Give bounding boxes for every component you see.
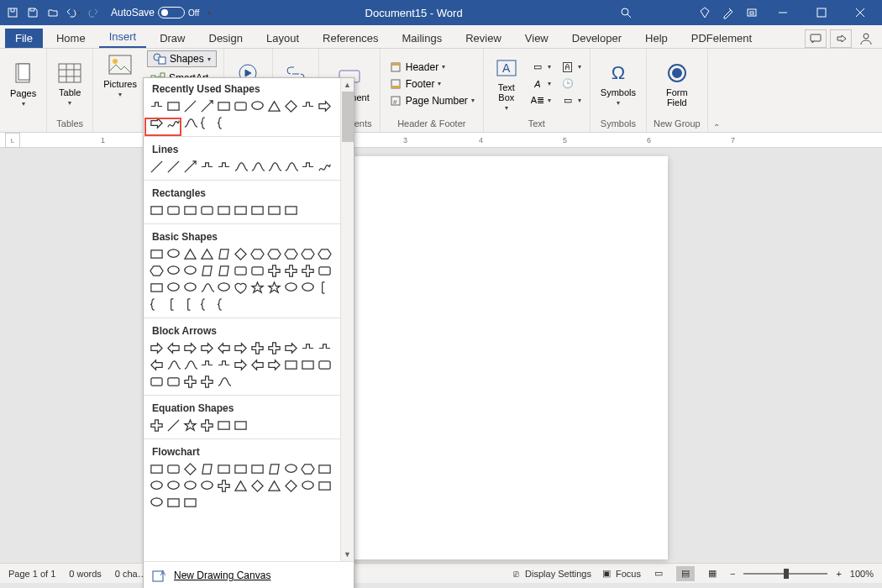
shape-item[interactable] (165, 495, 181, 511)
shape-item[interactable] (149, 357, 165, 373)
shape-item[interactable] (149, 461, 165, 477)
shape-item[interactable] (182, 374, 198, 390)
text-opt-6[interactable]: ▭▾ (559, 93, 583, 108)
shape-item[interactable] (266, 280, 282, 296)
tab-references[interactable]: References (312, 29, 388, 48)
scroll-thumb[interactable] (342, 92, 354, 142)
shape-item[interactable] (249, 461, 265, 477)
scroll-up-icon[interactable]: ▲ (341, 78, 354, 92)
shape-item[interactable] (182, 357, 198, 373)
symbols-button[interactable]: Ω Symbols▾ (597, 59, 639, 108)
shape-item[interactable] (165, 297, 181, 312)
shape-item[interactable] (149, 495, 165, 511)
shape-item[interactable] (266, 478, 282, 494)
shape-item[interactable] (149, 115, 165, 131)
search-icon[interactable] (617, 3, 635, 22)
focus-mode[interactable]: ▣ Focus (600, 567, 641, 580)
text-opt-1[interactable]: ▭▾ (529, 60, 553, 75)
shape-item[interactable] (266, 263, 282, 279)
shape-item[interactable] (216, 374, 232, 390)
shape-item[interactable] (233, 202, 249, 218)
shape-item[interactable] (249, 340, 265, 356)
shape-item[interactable] (249, 159, 265, 175)
shape-item[interactable] (149, 478, 165, 494)
shape-item[interactable] (182, 461, 198, 477)
shape-item[interactable] (216, 202, 232, 218)
shape-item[interactable] (165, 263, 181, 279)
shape-item[interactable] (317, 461, 333, 477)
view-read-icon[interactable]: ▭ (649, 566, 668, 581)
tab-view[interactable]: View (515, 29, 559, 48)
display-settings[interactable]: ⎚ Display Settings (509, 567, 591, 580)
shape-item[interactable] (182, 417, 198, 433)
shape-item[interactable] (182, 98, 198, 114)
shape-item[interactable] (233, 263, 249, 279)
shape-item[interactable] (149, 98, 165, 114)
zoom-in-icon[interactable]: + (836, 569, 841, 579)
shape-item[interactable] (182, 297, 198, 312)
redo-icon[interactable] (84, 3, 102, 22)
shape-item[interactable] (266, 202, 282, 218)
shape-item[interactable] (233, 478, 249, 494)
shape-item[interactable] (216, 246, 232, 262)
shape-item[interactable] (199, 98, 215, 114)
shape-item[interactable] (149, 159, 165, 175)
view-print-icon[interactable]: ▤ (676, 566, 695, 581)
shape-item[interactable] (216, 98, 232, 114)
shape-item[interactable] (149, 246, 165, 262)
form-field-button[interactable]: Form Field (661, 59, 693, 109)
shape-item[interactable] (216, 478, 232, 494)
shape-item[interactable] (182, 263, 198, 279)
shape-item[interactable] (283, 340, 299, 356)
shape-item[interactable] (233, 417, 249, 433)
shape-item[interactable] (182, 495, 198, 511)
account-icon[interactable] (855, 29, 877, 48)
word-count[interactable]: 0 words (69, 569, 102, 579)
zoom-out-icon[interactable]: − (730, 569, 735, 579)
zoom-slider[interactable] (743, 573, 827, 575)
autosave-toggle[interactable]: AutoSave Off ▾ (111, 7, 211, 18)
tab-pdfelement[interactable]: PDFelement (681, 29, 762, 48)
tab-review[interactable]: Review (455, 29, 512, 48)
shape-item[interactable] (216, 340, 232, 356)
shape-item[interactable] (165, 246, 181, 262)
shape-item[interactable] (249, 98, 265, 114)
shape-item[interactable] (300, 159, 316, 175)
shape-item[interactable] (165, 357, 181, 373)
shape-item[interactable] (233, 98, 249, 114)
shape-item[interactable] (199, 478, 215, 494)
shape-item[interactable] (317, 357, 333, 373)
shape-item[interactable] (216, 357, 232, 373)
qat-btn-1[interactable] (3, 3, 22, 22)
shape-item[interactable] (149, 340, 165, 356)
shape-item[interactable] (317, 478, 333, 494)
shape-item[interactable] (199, 461, 215, 477)
shape-item[interactable] (165, 417, 181, 433)
shape-item[interactable] (199, 115, 215, 131)
text-opt-5[interactable]: 🕒 (559, 76, 583, 92)
shape-item[interactable] (317, 246, 333, 262)
shape-item[interactable] (300, 280, 316, 296)
shape-item[interactable] (283, 202, 299, 218)
shape-item[interactable] (182, 340, 198, 356)
shape-item[interactable] (300, 461, 316, 477)
tab-design[interactable]: Design (199, 29, 253, 48)
shape-item[interactable] (266, 357, 282, 373)
shape-item[interactable] (165, 98, 181, 114)
shape-item[interactable] (233, 246, 249, 262)
text-opt-4[interactable]: 🄰▾ (559, 60, 583, 75)
new-canvas-button[interactable]: A New Drawing Canvas (144, 561, 354, 588)
scroll-down-icon[interactable]: ▼ (341, 548, 354, 561)
shape-item[interactable] (149, 374, 165, 390)
shape-item[interactable] (182, 202, 198, 218)
shape-item[interactable] (199, 297, 215, 312)
shape-item[interactable] (266, 98, 282, 114)
shape-item[interactable] (149, 297, 165, 312)
shape-item[interactable] (199, 263, 215, 279)
shape-item[interactable] (300, 263, 316, 279)
shape-item[interactable] (149, 280, 165, 296)
shape-item[interactable] (165, 202, 181, 218)
shape-item[interactable] (300, 357, 316, 373)
shape-item[interactable] (249, 263, 265, 279)
dropdown-scrollbar[interactable]: ▲ ▼ (340, 78, 354, 561)
